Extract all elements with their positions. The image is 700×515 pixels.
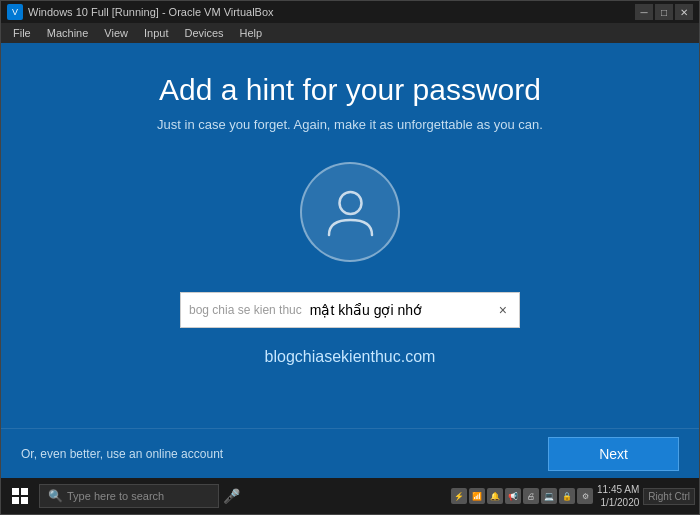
window-controls: ─ □ ✕ xyxy=(635,4,693,20)
windows-logo-icon xyxy=(12,488,28,504)
vm-display: Add a hint for your password Just in cas… xyxy=(1,43,699,478)
app-icon: V xyxy=(7,4,23,20)
tray-icon-4[interactable]: 📢 xyxy=(505,488,521,504)
svg-point-0 xyxy=(339,192,361,214)
user-icon xyxy=(323,185,378,240)
tray-icon-5[interactable]: 🖨 xyxy=(523,488,539,504)
tray-icon-7[interactable]: 🔒 xyxy=(559,488,575,504)
svg-rect-2 xyxy=(21,488,28,495)
clock: 11:45 AM 1/1/2020 xyxy=(597,483,639,509)
minimize-button[interactable]: ─ xyxy=(635,4,653,20)
tray-icon-1[interactable]: ⚡ xyxy=(451,488,467,504)
tray-icon-2[interactable]: 📶 xyxy=(469,488,485,504)
input-prefix: bog chia se kien thuc xyxy=(189,303,302,317)
search-placeholder: Type here to search xyxy=(67,490,164,502)
page-title: Add a hint for your password xyxy=(159,73,541,107)
menu-devices[interactable]: Devices xyxy=(176,25,231,41)
microphone-icon[interactable]: 🎤 xyxy=(223,488,240,504)
right-ctrl-label: Right Ctrl xyxy=(643,488,695,505)
taskbar: 🔍 Type here to search 🎤 ⚡ 📶 🔔 📢 🖨 💻 🔒 ⚙ … xyxy=(1,478,699,514)
tray-icon-6[interactable]: 💻 xyxy=(541,488,557,504)
tray-icon-3[interactable]: 🔔 xyxy=(487,488,503,504)
svg-rect-1 xyxy=(12,488,19,495)
close-button[interactable]: ✕ xyxy=(675,4,693,20)
menu-machine[interactable]: Machine xyxy=(39,25,97,41)
menu-view[interactable]: View xyxy=(96,25,136,41)
password-hint-input[interactable]: bog chia se kien thuc mật khẩu gợi nhớ × xyxy=(180,292,520,328)
system-tray: ⚡ 📶 🔔 📢 🖨 💻 🔒 ⚙ xyxy=(451,488,593,504)
menu-input[interactable]: Input xyxy=(136,25,176,41)
clear-input-button[interactable]: × xyxy=(495,300,511,320)
tray-icon-8[interactable]: ⚙ xyxy=(577,488,593,504)
date-display: 1/1/2020 xyxy=(597,496,639,509)
menu-bar: File Machine View Input Devices Help xyxy=(1,23,699,43)
input-value: mật khẩu gợi nhớ xyxy=(310,302,495,318)
svg-rect-3 xyxy=(12,497,19,504)
title-bar: V Windows 10 Full [Running] - Oracle VM … xyxy=(1,1,699,23)
search-icon: 🔍 xyxy=(48,489,63,503)
virtualbox-window: V Windows 10 Full [Running] - Oracle VM … xyxy=(0,0,700,515)
menu-help[interactable]: Help xyxy=(232,25,271,41)
bottom-bar: Or, even better, use an online account N… xyxy=(1,428,699,478)
maximize-button[interactable]: □ xyxy=(655,4,673,20)
main-content: Add a hint for your password Just in cas… xyxy=(1,43,699,428)
menu-file[interactable]: File xyxy=(5,25,39,41)
avatar xyxy=(300,162,400,262)
page-subtitle: Just in case you forget. Again, make it … xyxy=(157,117,543,132)
next-button[interactable]: Next xyxy=(548,437,679,471)
taskbar-search[interactable]: 🔍 Type here to search xyxy=(39,484,219,508)
start-button[interactable] xyxy=(5,482,35,510)
time-display: 11:45 AM xyxy=(597,483,639,496)
online-account-text: Or, even better, use an online account xyxy=(21,447,223,461)
svg-rect-4 xyxy=(21,497,28,504)
blog-url: blogchiasekienthuc.com xyxy=(265,348,436,366)
window-title: Windows 10 Full [Running] - Oracle VM Vi… xyxy=(28,6,635,18)
